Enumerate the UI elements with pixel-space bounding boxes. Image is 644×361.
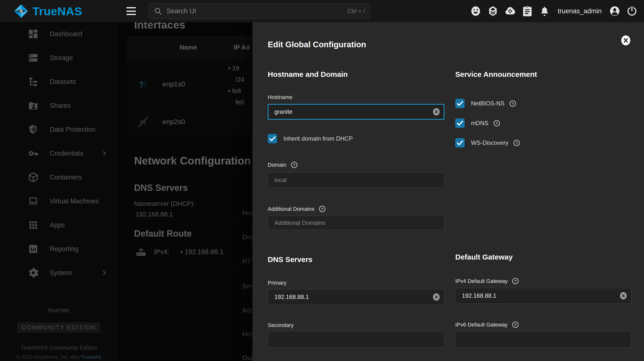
inherit-domain-checkbox-row[interactable]: Inherit domain from DHCP <box>268 134 444 143</box>
checkbox-checked-icon[interactable] <box>455 99 464 108</box>
hostname-input[interactable] <box>268 104 444 120</box>
search-icon <box>154 7 162 15</box>
mdns-checkbox-row[interactable]: mDNS ? <box>455 118 632 128</box>
primary-dns-input[interactable] <box>268 289 444 305</box>
ws-discovery-label: WS-Discovery <box>471 139 508 146</box>
default-gateway-heading: Default Gateway <box>455 252 632 262</box>
panel-form: Hostname and Domain Hostname Inherit dom… <box>268 67 632 348</box>
search-box[interactable]: Ctrl + / <box>149 3 370 19</box>
mdns-label: mDNS <box>471 120 488 127</box>
netbios-label: NetBIOS-NS <box>471 100 504 107</box>
checkbox-checked-icon[interactable] <box>455 138 464 148</box>
truenas-logo[interactable]: TrueNAS <box>14 0 82 22</box>
sidenav-toggle-button[interactable] <box>126 7 136 16</box>
help-icon[interactable]: ? <box>290 161 298 169</box>
clear-icon[interactable] <box>432 293 440 301</box>
clear-icon[interactable] <box>619 291 628 300</box>
ipv4-gateway-field <box>455 288 632 304</box>
additional-domains-label: Additional Domains <box>268 206 314 212</box>
ix-cloud-icon[interactable] <box>504 6 516 17</box>
ws-discovery-checkbox-row[interactable]: WS-Discovery ? <box>455 138 632 148</box>
checkbox-checked-icon[interactable] <box>268 134 277 143</box>
ipv4-gateway-label-row: IPv4 Default Gateway ? <box>455 277 632 285</box>
ipv6-gateway-field <box>455 331 632 348</box>
additional-domains-label-row: Additional Domains ? <box>268 205 444 213</box>
primary-dns-label: Primary <box>268 280 444 286</box>
svg-text:?: ? <box>293 163 295 167</box>
panel-title: Edit Global Configuration <box>268 40 366 49</box>
secondary-dns-input[interactable] <box>268 331 444 348</box>
additional-domains-input[interactable] <box>268 216 444 230</box>
domain-label: Domain <box>268 162 286 168</box>
edit-global-configuration-panel: Edit Global Configuration Hostname and D… <box>252 22 644 361</box>
svg-text:?: ? <box>512 101 514 105</box>
help-icon[interactable]: ? <box>493 119 500 127</box>
svg-text:?: ? <box>495 121 498 125</box>
service-announcement-heading: Service Announcement <box>455 70 632 79</box>
hostname-label: Hostname <box>268 94 444 101</box>
checkbox-checked-icon[interactable] <box>455 118 464 128</box>
app-title: TrueNAS <box>32 5 82 18</box>
hostname-field <box>268 104 444 120</box>
help-icon[interactable]: ? <box>318 205 326 213</box>
clear-icon[interactable] <box>432 108 440 116</box>
header-actions: truenas_admin <box>470 0 638 22</box>
help-icon[interactable]: ? <box>513 139 520 147</box>
ipv6-gateway-label-row: IPv6 Default Gateway ? <box>455 321 632 328</box>
domain-label-row: Domain ? <box>268 161 444 169</box>
alerts-bell-icon[interactable] <box>539 6 550 17</box>
secondary-dns-field <box>268 331 444 348</box>
ipv6-gateway-input[interactable] <box>455 331 632 348</box>
truecommand-icon[interactable] <box>487 6 498 17</box>
help-icon[interactable]: ? <box>509 100 516 107</box>
svg-text:?: ? <box>514 322 516 327</box>
ipv4-gateway-input[interactable] <box>455 288 632 304</box>
power-icon[interactable] <box>626 6 638 17</box>
svg-text:?: ? <box>516 141 518 145</box>
netbios-checkbox-row[interactable]: NetBIOS-NS ? <box>455 99 632 108</box>
ipv4-gateway-label: IPv4 Default Gateway <box>455 278 508 284</box>
top-header: TrueNAS Ctrl + / truenas_admin <box>0 0 644 22</box>
search-input[interactable] <box>166 7 348 15</box>
ipv6-gateway-label: IPv6 Default Gateway <box>455 322 508 328</box>
form-left-column: Hostname and Domain Hostname Inherit dom… <box>268 67 444 348</box>
secondary-dns-label: Secondary <box>268 322 444 328</box>
svg-text:?: ? <box>321 207 323 211</box>
dns-servers-heading: DNS Servers <box>268 255 444 264</box>
panel-header: Edit Global Configuration <box>252 22 644 59</box>
search-shortcut-hint: Ctrl + / <box>348 8 365 15</box>
svg-text:?: ? <box>514 279 516 283</box>
help-icon[interactable]: ? <box>512 321 519 328</box>
inherit-domain-label: Inherit domain from DHCP <box>284 135 353 142</box>
close-icon[interactable] <box>620 35 631 46</box>
feedback-smiley-icon[interactable] <box>470 6 481 17</box>
jobs-clipboard-icon[interactable] <box>522 6 533 17</box>
truenas-logo-icon <box>14 4 28 19</box>
additional-domains-field <box>268 216 444 230</box>
logged-in-username[interactable]: truenas_admin <box>558 8 602 15</box>
user-avatar-icon[interactable] <box>609 6 620 17</box>
hostname-domain-heading: Hostname and Domain <box>268 70 444 79</box>
domain-field <box>268 172 444 188</box>
domain-input[interactable] <box>268 172 444 188</box>
primary-dns-field <box>268 289 444 305</box>
form-right-column: Service Announcement NetBIOS-NS ? mDNS ? <box>455 67 632 348</box>
help-icon[interactable]: ? <box>512 277 519 285</box>
